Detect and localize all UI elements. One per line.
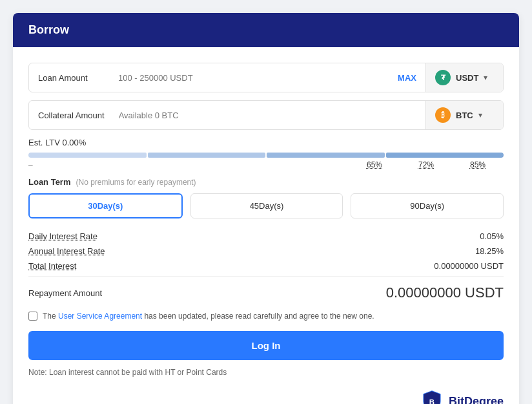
total-interest-label: Total Interest	[28, 261, 76, 271]
ltv-label: Est. LTV	[28, 138, 60, 147]
daily-rate-row: Daily Interest Rate 0.05%	[28, 231, 504, 241]
agreement-text: The User Service Agreement has been upda…	[43, 312, 374, 321]
borrow-card: Borrow Loan Amount MAX ₮ USDT ▾ Collater…	[13, 13, 519, 404]
collateral-currency-chevron: ▾	[478, 111, 482, 120]
loan-currency-selector[interactable]: ₮ USDT ▾	[425, 63, 503, 92]
total-interest-value: 0.00000000 USDT	[434, 261, 504, 271]
btc-icon: ₿	[435, 107, 451, 123]
agreement-row: The User Service Agreement has been upda…	[28, 312, 504, 321]
ltv-pct2: 72%	[400, 160, 452, 169]
login-button[interactable]: Log In	[28, 331, 504, 360]
interest-info: Daily Interest Rate 0.05% Annual Interes…	[28, 231, 504, 271]
term-45-button[interactable]: 45Day(s)	[190, 193, 343, 218]
repayment-label: Repayment Amount	[28, 288, 102, 298]
repayment-value: 0.00000000 USDT	[386, 284, 504, 301]
ltv-pct1: 65%	[349, 160, 400, 169]
bitdegree-footer: B BitDegree	[28, 390, 504, 404]
loan-amount-row: Loan Amount MAX ₮ USDT ▾	[28, 63, 504, 92]
daily-rate-value: 0.05%	[480, 231, 504, 241]
collateral-amount-input[interactable]	[114, 101, 425, 129]
agreement-link[interactable]: User Service Agreement	[58, 312, 142, 321]
loan-term-note: (No premiums for early repayment)	[76, 178, 196, 187]
collateral-amount-label: Collateral Amount	[29, 111, 114, 120]
loan-currency-name: USDT	[456, 73, 478, 83]
divider	[28, 276, 504, 277]
collateral-currency-name: BTC	[456, 111, 473, 120]
ltv-row: Est. LTV 0.00%	[28, 138, 504, 147]
annual-rate-label: Annual Interest Rate	[28, 246, 105, 256]
ltv-labels: – 65% 72% 85%	[28, 160, 504, 169]
agreement-suffix: has been updated, please read carefully …	[142, 312, 374, 321]
loan-currency-chevron: ▾	[484, 73, 487, 82]
loan-amount-label: Loan Amount	[29, 73, 113, 83]
page-title: Borrow	[28, 23, 69, 36]
loan-term-label: Loan Term	[28, 177, 71, 187]
max-button[interactable]: MAX	[389, 73, 425, 83]
ltv-pct3: 85%	[452, 160, 504, 169]
ltv-seg-3	[267, 153, 385, 158]
ltv-seg-1	[28, 153, 147, 158]
ltv-dash: –	[28, 160, 349, 169]
repayment-row: Repayment Amount 0.00000000 USDT	[28, 284, 504, 301]
ltv-seg-4	[386, 153, 504, 158]
term-30-button[interactable]: 30Day(s)	[28, 193, 183, 218]
daily-rate-label: Daily Interest Rate	[28, 231, 97, 241]
bitdegree-shield-icon: B	[420, 390, 444, 404]
collateral-amount-row: Collateral Amount ₿ BTC ▾	[28, 100, 504, 130]
loan-term-header: Loan Term (No premiums for early repayme…	[28, 177, 504, 187]
card-header: Borrow	[13, 13, 519, 47]
card-body: Loan Amount MAX ₮ USDT ▾ Collateral Amou…	[13, 47, 519, 404]
ltv-slider	[28, 153, 504, 158]
term-buttons: 30Day(s) 45Day(s) 90Day(s)	[28, 193, 504, 218]
svg-text:B: B	[429, 398, 435, 404]
agreement-prefix: The	[43, 312, 58, 321]
ltv-value: 0.00%	[63, 138, 87, 147]
collateral-currency-selector[interactable]: ₿ BTC ▾	[425, 101, 503, 129]
loan-amount-input[interactable]	[113, 64, 389, 92]
ltv-bar	[28, 153, 504, 158]
ltv-seg-2	[148, 153, 266, 158]
annual-rate-value: 18.25%	[475, 246, 504, 256]
bitdegree-name: BitDegree	[449, 395, 504, 405]
term-90-button[interactable]: 90Day(s)	[351, 193, 504, 218]
total-interest-row: Total Interest 0.00000000 USDT	[28, 261, 504, 271]
usdt-icon: ₮	[435, 70, 451, 85]
note-text: Note: Loan interest cannot be paid with …	[28, 368, 504, 377]
agreement-checkbox[interactable]	[28, 312, 37, 321]
annual-rate-row: Annual Interest Rate 18.25%	[28, 246, 504, 256]
